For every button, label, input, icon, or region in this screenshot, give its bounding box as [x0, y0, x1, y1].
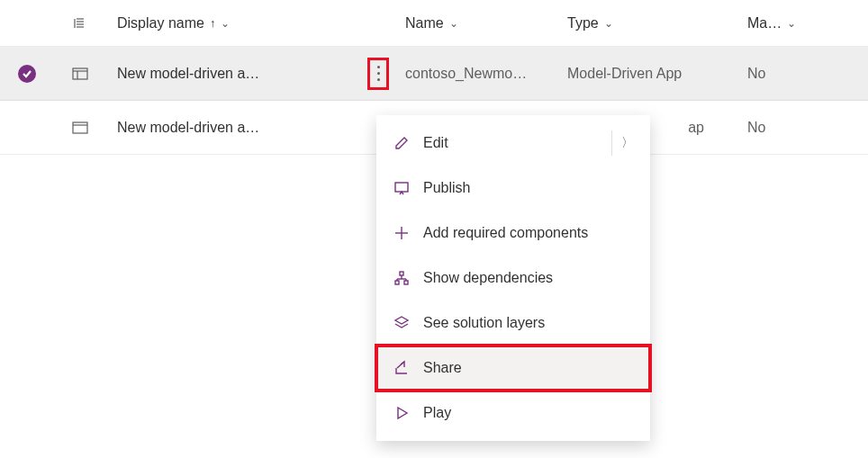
app-canvas-icon [72, 121, 88, 134]
row-type-icon-cell [72, 67, 117, 80]
menu-item-label: Play [423, 405, 451, 421]
more-actions-button[interactable] [367, 58, 389, 90]
menu-item-publish[interactable]: Publish [376, 166, 650, 211]
svg-rect-13 [400, 272, 403, 275]
table-row[interactable]: New model-driven a… contoso_Newmo… Model… [0, 47, 868, 101]
row-select-cell[interactable] [18, 65, 72, 83]
pencil-icon [393, 134, 411, 152]
svg-marker-21 [398, 408, 407, 418]
app-form-icon [72, 67, 88, 80]
svg-rect-5 [73, 68, 87, 79]
selected-check-icon [18, 65, 36, 83]
chevron-right-icon: 〉 [621, 135, 634, 151]
cell-managed: No [747, 120, 819, 136]
menu-item-label: Show dependencies [423, 270, 553, 286]
column-header-display-name[interactable]: Display name ↑ ⌄ [117, 15, 351, 31]
menu-item-play[interactable]: Play [376, 391, 650, 436]
cell-display-name[interactable]: New model-driven a… [117, 120, 351, 136]
menu-item-label: Edit [423, 135, 448, 151]
svg-rect-15 [404, 281, 408, 284]
column-header-label: Display name [117, 15, 204, 31]
cell-row-actions [351, 58, 405, 90]
cell-display-name[interactable]: New model-driven a… [117, 66, 351, 82]
menu-item-share[interactable]: Share [376, 346, 650, 391]
cell-name: contoso_Newmo… [405, 66, 567, 82]
svg-marker-20 [395, 317, 408, 324]
menu-item-label: Add required components [423, 225, 588, 241]
divider [611, 130, 612, 156]
row-context-menu: Edit 〉 Publish Add required components S… [376, 115, 650, 441]
menu-item-solution-layers[interactable]: See solution layers [376, 301, 650, 346]
cell-type: Model-Driven App [567, 66, 747, 82]
menu-item-label: Publish [423, 180, 470, 196]
table-header-row: Display name ↑ ⌄ Name ⌄ Type ⌄ Ma… ⌄ [0, 0, 868, 47]
menu-item-submenu-indicator[interactable]: 〉 [611, 130, 634, 156]
column-header-name[interactable]: Name ⌄ [405, 15, 567, 31]
column-header-layout[interactable] [72, 16, 117, 31]
menu-item-edit[interactable]: Edit 〉 [376, 121, 650, 166]
cell-text: No [747, 120, 765, 136]
column-header-label: Type [567, 15, 599, 31]
sort-ascending-icon: ↑ [210, 16, 216, 30]
column-header-label: Ma… [747, 15, 782, 31]
play-icon [393, 404, 411, 422]
cell-text: contoso_Newmo… [405, 66, 527, 82]
layers-icon [393, 314, 411, 332]
column-header-managed[interactable]: Ma… ⌄ [747, 15, 819, 31]
hierarchy-icon [393, 269, 411, 287]
menu-item-label: Share [423, 360, 462, 376]
plus-icon [393, 224, 411, 242]
svg-rect-10 [395, 183, 408, 192]
column-header-type[interactable]: Type ⌄ [567, 15, 747, 31]
cell-text: New model-driven a… [117, 120, 259, 136]
cell-managed: No [747, 66, 819, 82]
chevron-down-icon: ⌄ [604, 17, 613, 30]
cell-text: New model-driven a… [117, 66, 259, 82]
share-icon [393, 359, 411, 377]
publish-icon [393, 179, 411, 197]
cell-text: ap [688, 120, 704, 136]
svg-rect-8 [73, 122, 87, 133]
row-type-icon-cell [72, 121, 117, 134]
svg-rect-14 [395, 281, 399, 284]
column-header-label: Name [405, 15, 444, 31]
chevron-down-icon: ⌄ [787, 17, 796, 30]
share-highlight-box [375, 344, 652, 392]
layout-header-icon [72, 16, 86, 31]
menu-item-add-required[interactable]: Add required components [376, 211, 650, 256]
cell-text: Model-Driven App [567, 66, 682, 82]
menu-item-label: See solution layers [423, 315, 545, 331]
chevron-down-icon: ⌄ [221, 17, 230, 30]
chevron-down-icon: ⌄ [449, 17, 458, 30]
cell-text: No [747, 66, 765, 82]
menu-item-show-dependencies[interactable]: Show dependencies [376, 256, 650, 301]
